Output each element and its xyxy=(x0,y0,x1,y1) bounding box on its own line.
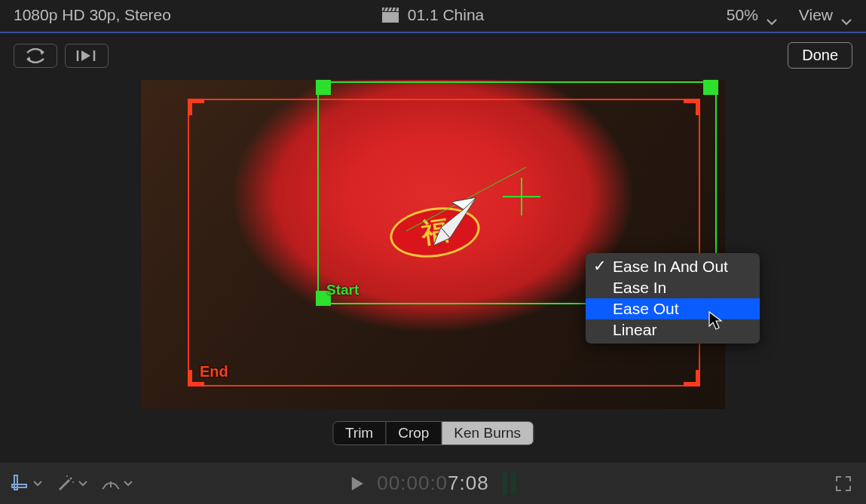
svg-point-18 xyxy=(70,477,72,479)
transform-tool-menu[interactable] xyxy=(11,474,42,493)
svg-line-23 xyxy=(118,487,119,489)
zoom-dropdown[interactable]: 50% xyxy=(727,6,778,24)
audio-meter-bar xyxy=(503,472,508,495)
enhance-tool-menu[interactable] xyxy=(56,474,87,493)
swap-start-end-button[interactable] xyxy=(14,44,57,68)
format-info: 1080p HD 30p, Stereo xyxy=(14,6,293,24)
svg-marker-14 xyxy=(709,312,721,329)
timecode-bright: 7:08 xyxy=(448,472,489,494)
end-frame-handle-tl[interactable] xyxy=(188,99,204,115)
clapper-icon xyxy=(382,8,399,23)
mode-ken-burns[interactable]: Ken Burns xyxy=(442,422,533,444)
crop-mode-segmented-control[interactable]: Trim Crop Ken Burns xyxy=(332,421,534,445)
retime-tool-menu[interactable] xyxy=(101,474,133,493)
svg-line-17 xyxy=(60,480,69,490)
clip-name: 01.1 China xyxy=(408,6,485,24)
svg-rect-0 xyxy=(382,12,399,23)
chevron-down-icon xyxy=(766,11,778,19)
audio-meter-bar xyxy=(511,472,516,495)
zoom-value: 50% xyxy=(727,6,758,24)
easing-option-ease-in[interactable]: Ease In xyxy=(586,277,760,298)
start-frame-center-cross-icon xyxy=(503,178,540,215)
tools-row: Done xyxy=(0,33,866,69)
start-frame-handle-tr[interactable] xyxy=(703,80,718,95)
svg-point-20 xyxy=(66,475,68,477)
end-frame-handle-br[interactable] xyxy=(684,370,700,386)
view-dropdown[interactable]: View xyxy=(799,6,852,24)
mouse-cursor-icon xyxy=(708,311,725,334)
easing-option-ease-out[interactable]: Ease Out xyxy=(586,298,760,319)
view-label: View xyxy=(799,6,833,24)
mode-trim[interactable]: Trim xyxy=(333,422,386,444)
viewer-header: 1080p HD 30p, Stereo 01.1 China 50% View xyxy=(0,0,866,33)
done-button[interactable]: Done xyxy=(788,42,852,69)
svg-point-19 xyxy=(72,481,74,483)
fullscreen-button[interactable] xyxy=(834,475,852,493)
timecode-display[interactable]: 00:00:07:08 xyxy=(377,472,488,495)
mode-crop[interactable]: Crop xyxy=(386,422,442,444)
start-frame-handle-tl[interactable] xyxy=(316,80,331,95)
svg-marker-24 xyxy=(351,477,363,490)
easing-option-ease-in-out[interactable]: Ease In And Out xyxy=(586,256,760,277)
start-frame-label: Start xyxy=(326,282,359,298)
motion-direction-arrow-icon xyxy=(405,191,495,252)
easing-menu[interactable]: Ease In And Out Ease In Ease Out Linear xyxy=(586,253,760,344)
preview-button[interactable] xyxy=(65,44,109,68)
play-button[interactable] xyxy=(350,476,363,491)
bottom-toolbar: 00:00:07:08 xyxy=(0,463,866,504)
svg-marker-9 xyxy=(81,50,90,61)
end-frame-label: End xyxy=(200,363,228,380)
audio-meter[interactable] xyxy=(503,472,516,495)
svg-line-22 xyxy=(103,487,104,489)
viewer[interactable]: 福 End Start xyxy=(141,80,725,409)
chevron-down-icon xyxy=(840,11,852,19)
easing-option-linear[interactable]: Linear xyxy=(586,319,760,341)
timecode-dim: 00:00:0 xyxy=(377,472,448,494)
